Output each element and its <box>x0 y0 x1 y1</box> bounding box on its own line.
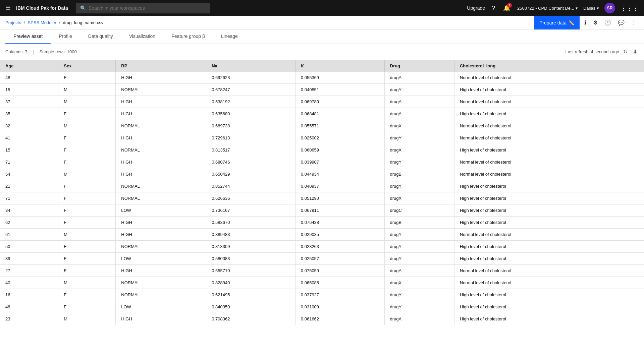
region-selector[interactable]: Dallas ▾ <box>583 6 599 11</box>
table-cell: drugY <box>384 180 454 192</box>
table-cell: drugX <box>384 192 454 204</box>
help-icon[interactable]: ? <box>490 3 496 13</box>
notification-badge: 1 <box>507 3 512 8</box>
table-cell: 0.580083 <box>206 253 296 265</box>
table-cell: 0.813309 <box>206 241 296 253</box>
table-cell: High level of cholesterol <box>454 108 644 120</box>
user-avatar[interactable]: SR <box>604 3 615 13</box>
table-cell: 0.655710 <box>206 265 296 277</box>
table-cell: F <box>58 144 116 156</box>
table-row: 15MNORMAL0.6782470.040851drugYHigh level… <box>0 84 644 96</box>
more-icon[interactable]: ⋮ <box>629 17 639 28</box>
download-icon[interactable]: ⬇ <box>632 47 639 56</box>
table-cell: 37 <box>0 96 58 108</box>
col-header-age: Age <box>0 60 58 72</box>
table-cell: Normal level of cholesterol <box>454 265 644 277</box>
table-cell: High level of cholesterol <box>454 253 644 265</box>
table-row: 40MNORMAL0.8289400.065085drugXNormal lev… <box>0 277 644 289</box>
table-row: 48FHIGH0.6926230.055369drugANormal level… <box>0 72 644 84</box>
table-cell: 0.736167 <box>206 204 296 217</box>
table-cell: drugA <box>384 108 454 120</box>
search-input[interactable] <box>89 5 206 11</box>
tab-data-quality[interactable]: Data quality <box>80 29 121 44</box>
table-cell: High level of cholesterol <box>454 204 644 217</box>
table-cell: 71 <box>0 192 58 204</box>
tab-preview-asset[interactable]: Preview asset <box>5 29 51 44</box>
table-cell: Normal level of cholesterol <box>454 120 644 132</box>
table-cell: 0.065085 <box>295 277 384 289</box>
apps-icon[interactable]: ⋮⋮⋮ <box>621 4 639 12</box>
refresh-icon[interactable]: ↻ <box>622 47 629 56</box>
table-cell: 15 <box>0 84 58 96</box>
table-cell: 50 <box>0 241 58 253</box>
breadcrumb-projects[interactable]: Projects <box>5 20 21 25</box>
table-cell: drugY <box>384 132 454 144</box>
table-cell: F <box>58 265 116 277</box>
table-cell: NORMAL <box>116 192 206 204</box>
account-selector[interactable]: 2560722 - CPD Content De... ▾ <box>517 6 578 11</box>
table-cell: 15 <box>0 144 58 156</box>
schema-icon[interactable]: ⚙ <box>591 17 600 28</box>
table-cell: F <box>58 204 116 217</box>
table-row: 23MHIGH0.7083620.061662drugAHigh level o… <box>0 313 644 325</box>
upgrade-link[interactable]: Upgrade <box>467 5 485 11</box>
table-cell: 0.689738 <box>206 120 296 132</box>
account-name: 2560722 - CPD Content De... <box>517 6 574 11</box>
breadcrumb-sep-1: / <box>24 20 25 25</box>
data-table-container: Age Sex BP Na K Drug Cholesterol_long 48… <box>0 60 644 357</box>
table-cell: 0.729613 <box>206 132 296 144</box>
table-cell: 0.025057 <box>295 253 384 265</box>
table-row: 35FHIGH0.6356800.068481drugAHigh level o… <box>0 108 644 120</box>
table-cell: 0.037927 <box>295 289 384 301</box>
prepare-data-button[interactable]: Prepare data ✏️ <box>534 16 580 29</box>
notifications-icon[interactable]: 🔔 1 <box>502 3 512 13</box>
table-toolbar: Columns: 7 | Sample rows: 1000 Last refr… <box>0 44 644 60</box>
tab-feature-group[interactable]: Feature group β <box>163 29 213 44</box>
table-cell: M <box>58 313 116 325</box>
table-cell: F <box>58 132 116 144</box>
table-cell: drugA <box>384 313 454 325</box>
table-row: 48FLOW0.8403500.031009drugYHigh level of… <box>0 301 644 313</box>
table-row: 27FHIGH0.6557100.075059drugANormal level… <box>0 265 644 277</box>
table-cell: Normal level of cholesterol <box>454 72 644 84</box>
table-cell: 0.055571 <box>295 120 384 132</box>
col-header-bp: BP <box>116 60 206 72</box>
breadcrumb-sep-2: / <box>59 20 60 25</box>
table-cell: 0.813517 <box>206 144 296 156</box>
table-cell: Normal level of cholesterol <box>454 96 644 108</box>
table-cell: 0.840350 <box>206 301 296 313</box>
table-cell: M <box>58 277 116 289</box>
region-name: Dallas <box>583 6 595 11</box>
table-cell: 0.055369 <box>295 72 384 84</box>
table-cell: drugX <box>384 277 454 289</box>
table-row: 41FHIGH0.7296130.025002drugYNormal level… <box>0 132 644 144</box>
table-cell: 0.650429 <box>206 168 296 180</box>
comment-icon[interactable]: 💬 <box>616 17 627 28</box>
table-cell: 34 <box>0 204 58 217</box>
breadcrumb-spss[interactable]: SPSS Modeler <box>28 20 56 25</box>
info-icon[interactable]: ℹ <box>582 17 588 28</box>
table-cell: F <box>58 289 116 301</box>
table-cell: F <box>58 180 116 192</box>
table-cell: 35 <box>0 108 58 120</box>
table-cell: High level of cholesterol <box>454 217 644 229</box>
tab-visualization[interactable]: Visualization <box>121 29 163 44</box>
table-cell: HIGH <box>116 229 206 241</box>
table-cell: F <box>58 156 116 168</box>
table-cell: HIGH <box>116 72 206 84</box>
table-row: 34FLOW0.7361670.067911drugCHigh level of… <box>0 204 644 217</box>
table-cell: 54 <box>0 168 58 180</box>
breadcrumb-file: drug_long_name.csv <box>63 20 103 25</box>
tab-profile[interactable]: Profile <box>51 29 80 44</box>
tab-lineage[interactable]: Lineage <box>213 29 246 44</box>
search-bar[interactable]: 🔍 <box>76 3 210 13</box>
col-header-sex: Sex <box>58 60 116 72</box>
region-chevron-icon: ▾ <box>597 6 599 11</box>
table-cell: NORMAL <box>116 84 206 96</box>
table-cell: 0.025002 <box>295 132 384 144</box>
table-cell: F <box>58 301 116 313</box>
hamburger-icon[interactable]: ☰ <box>5 4 11 12</box>
table-cell: M <box>58 168 116 180</box>
history-icon[interactable]: 🕐 <box>602 17 613 28</box>
toolbar-sep: | <box>33 49 34 55</box>
